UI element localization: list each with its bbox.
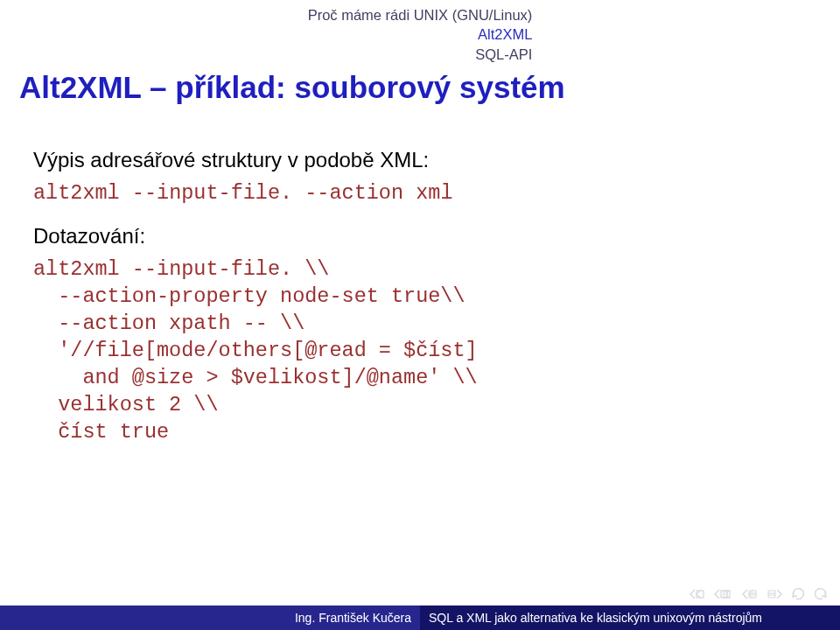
code-line: velikost 2 \\ bbox=[33, 391, 219, 418]
frame-title: Alt2XML – příklad: souborový systém bbox=[19, 70, 821, 105]
footer-title: SQL a XML jako alternativa ke klasickým … bbox=[420, 606, 840, 630]
section-line-3: SQL-API bbox=[308, 45, 533, 64]
nav-prev-icon[interactable] bbox=[742, 589, 758, 599]
code-line: alt2xml --input-file. \\ bbox=[33, 257, 329, 281]
code-line: --action-property node-set true\\ bbox=[33, 283, 466, 310]
footer: Ing. František Kučera SQL a XML jako alt… bbox=[0, 606, 840, 630]
nav-icons bbox=[690, 588, 828, 600]
code-line: --action xpath -- \\ bbox=[33, 310, 304, 337]
nav-back-icon[interactable] bbox=[791, 588, 805, 600]
intro-paragraph-2: Dotazování: bbox=[33, 224, 807, 248]
header: Proč máme rádi UNIX (GNU/Linux) Alt2XML … bbox=[0, 5, 840, 64]
code-line: and @size > $velikost]/@name' \\ bbox=[33, 364, 478, 391]
svg-rect-0 bbox=[696, 591, 704, 598]
code-block-2: alt2xml --input-file. \\ --action-proper… bbox=[33, 256, 807, 445]
header-lines: Proč máme rádi UNIX (GNU/Linux) Alt2XML … bbox=[308, 5, 533, 64]
nav-first-icon[interactable] bbox=[690, 589, 705, 599]
code-block-1: alt2xml --input-file. --action xml bbox=[33, 179, 807, 206]
nav-prev-section-icon[interactable] bbox=[714, 589, 733, 599]
code-line: '//file[mode/others[@read = $číst] bbox=[33, 337, 478, 364]
section-line-1: Proč máme rádi UNIX (GNU/Linux) bbox=[308, 5, 533, 24]
slide: Proč máme rádi UNIX (GNU/Linux) Alt2XML … bbox=[0, 0, 840, 630]
nav-forward-icon[interactable] bbox=[814, 588, 828, 600]
code-line: číst true bbox=[33, 418, 169, 445]
intro-paragraph-1: Výpis adresářové struktury v podobě XML: bbox=[33, 148, 807, 172]
nav-next-icon[interactable] bbox=[766, 589, 782, 599]
section-line-2: Alt2XML bbox=[308, 24, 533, 44]
footer-author: Ing. František Kučera bbox=[0, 606, 420, 630]
body: Výpis adresářové struktury v podobě XML:… bbox=[33, 136, 807, 463]
